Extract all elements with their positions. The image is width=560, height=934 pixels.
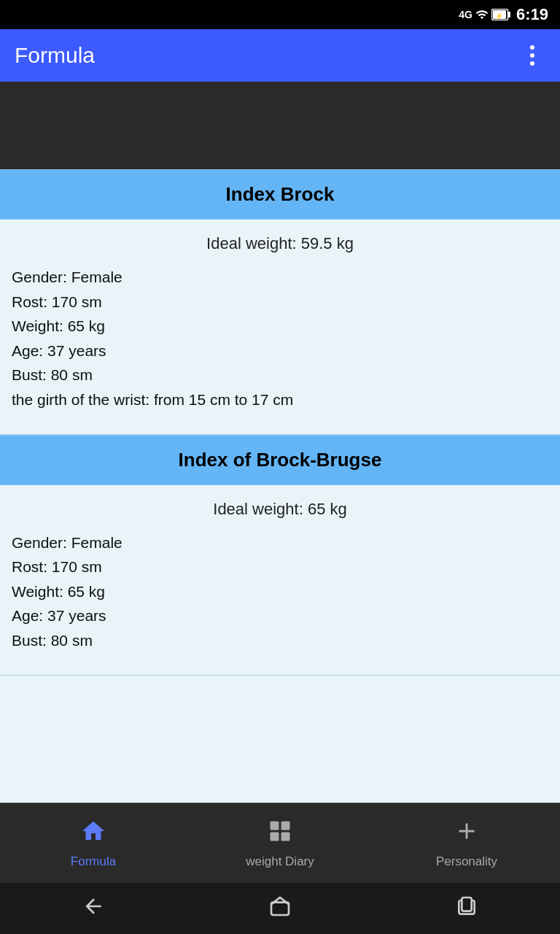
recents-button[interactable] (455, 895, 478, 923)
nav-formula[interactable]: Formula (0, 818, 187, 869)
ad-banner (0, 82, 560, 169)
bottom-nav: Formula weight Diary Personality (0, 803, 560, 883)
svg-rect-5 (281, 821, 290, 830)
nav-formula-label: Formula (71, 854, 116, 869)
brock-detail-0: Gender: Female (12, 265, 548, 290)
brock-ideal-weight: Ideal weight: 59.5 kg (12, 234, 548, 253)
plus-icon (454, 818, 480, 850)
app-bar: Formula (0, 29, 560, 82)
nav-weight-diary-label: weight Diary (246, 854, 314, 869)
brugse-ideal-weight: Ideal weight: 65 kg (12, 500, 548, 519)
svg-rect-4 (271, 821, 279, 830)
section-brugse-body: Ideal weight: 65 kg Gender: Female Rost:… (0, 485, 560, 676)
brugse-detail-1: Rost: 170 sm (12, 555, 548, 579)
app-title: Formula (15, 43, 95, 68)
brock-detail-5: the girth of the wrist: from 15 cm to 17… (12, 387, 548, 412)
grid-icon (267, 818, 293, 850)
svg-rect-10 (462, 898, 471, 911)
svg-text:⚡: ⚡ (495, 12, 504, 20)
nav-personality[interactable]: Personality (373, 818, 560, 869)
section-brugse-header: Index of Brock-Brugse (0, 435, 560, 485)
clock: 6:19 (516, 5, 548, 24)
dot3 (530, 61, 534, 66)
home-icon (80, 818, 106, 850)
svg-rect-7 (281, 832, 290, 841)
status-bar: 4G ⚡ 6:19 (0, 0, 560, 29)
more-options-button[interactable] (519, 42, 545, 69)
signal-indicator: 4G ⚡ (459, 8, 510, 21)
svg-rect-6 (271, 832, 279, 841)
section-brock-title: Index Brock (15, 183, 545, 206)
brugse-detail-2: Weight: 65 kg (12, 579, 548, 604)
svg-rect-1 (508, 12, 510, 18)
brock-detail-1: Rost: 170 sm (12, 290, 548, 314)
back-button[interactable] (82, 895, 105, 923)
brugse-detail-0: Gender: Female (12, 530, 548, 555)
brock-detail-4: Bust: 80 sm (12, 363, 548, 387)
svg-rect-8 (271, 902, 289, 914)
system-nav (0, 883, 560, 934)
section-brock-header: Index Brock (0, 169, 560, 220)
nav-weight-diary[interactable]: weight Diary (187, 818, 373, 869)
brock-detail-3: Age: 37 years (12, 339, 548, 363)
brugse-detail-4: Bust: 80 sm (12, 628, 548, 653)
section-brugse-title: Index of Brock-Brugse (15, 449, 545, 471)
nav-personality-label: Personality (436, 854, 497, 869)
main-content: Index Brock Ideal weight: 59.5 kg Gender… (0, 169, 560, 803)
dot2 (530, 53, 534, 58)
dot1 (530, 45, 534, 50)
network-type: 4G (459, 9, 472, 20)
brugse-detail-3: Age: 37 years (12, 603, 548, 628)
home-button[interactable] (268, 895, 292, 923)
brock-detail-2: Weight: 65 kg (12, 314, 548, 339)
section-brock-body: Ideal weight: 59.5 kg Gender: Female Ros… (0, 220, 560, 435)
